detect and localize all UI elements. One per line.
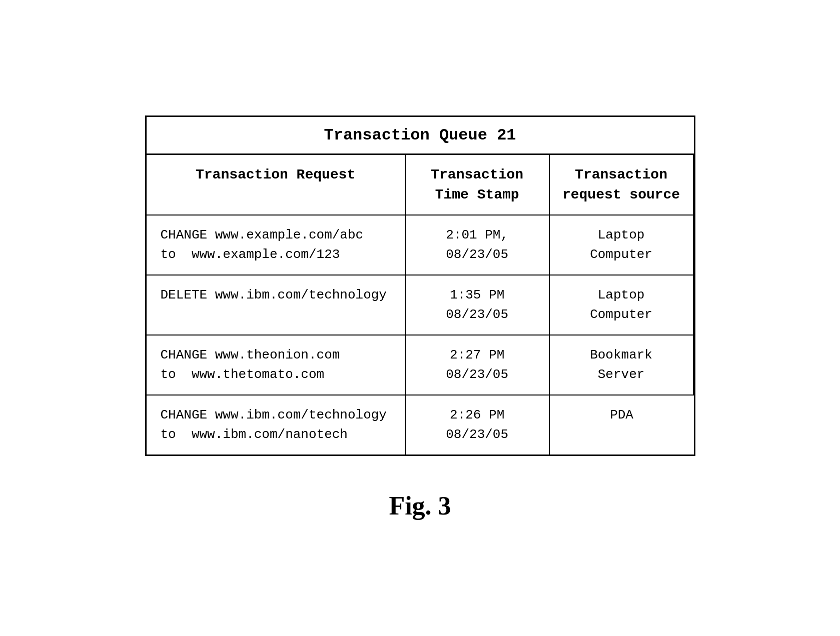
page-container: Transaction Queue 21 Transaction Request… [0, 0, 840, 636]
table-grid: Transaction Request TransactionTime Stam… [147, 155, 694, 454]
row1-request: CHANGE www.example.com/abcto www.example… [147, 216, 406, 276]
col-header-request: Transaction Request [147, 155, 406, 215]
row3-source: BookmarkServer [550, 336, 694, 396]
transaction-queue-table: Transaction Queue 21 Transaction Request… [145, 116, 695, 456]
table-title: Transaction Queue 21 [147, 117, 694, 155]
row1-timestamp: 2:01 PM,08/23/05 [406, 216, 550, 276]
col-header-source: Transactionrequest source [550, 155, 694, 215]
row3-request: CHANGE www.theonion.comto www.thetomato.… [147, 336, 406, 396]
row3-timestamp: 2:27 PM08/23/05 [406, 336, 550, 396]
row4-timestamp: 2:26 PM08/23/05 [406, 396, 550, 454]
row4-request: CHANGE www.ibm.com/technologyto www.ibm.… [147, 396, 406, 454]
col-header-timestamp: TransactionTime Stamp [406, 155, 550, 215]
row4-source: PDA [550, 396, 694, 454]
row1-source: LaptopComputer [550, 216, 694, 276]
row2-request: DELETE www.ibm.com/technology [147, 276, 406, 336]
row2-source: LaptopComputer [550, 276, 694, 336]
row2-timestamp: 1:35 PM08/23/05 [406, 276, 550, 336]
figure-label: Fig. 3 [389, 491, 451, 520]
